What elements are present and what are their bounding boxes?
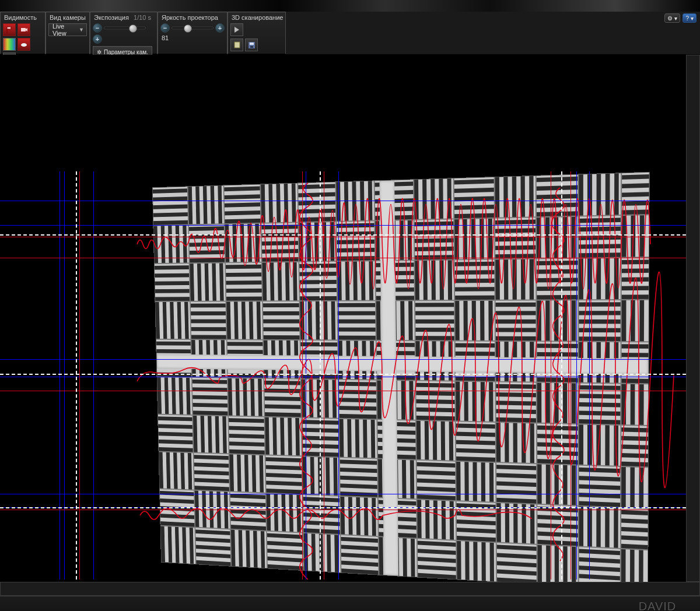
brand-logo: DAVID LASERSCANNER [639,600,691,611]
board-tile [304,533,341,573]
board-tile [195,491,230,529]
guide-line [76,171,77,580]
board-tile [337,261,375,300]
board-tile [341,497,378,536]
exposure-value: 1/10 s [132,14,152,21]
guide-line [60,171,60,580]
board-tile [261,184,298,223]
board-tile [195,528,230,566]
board-tile [340,458,377,497]
board-tile [188,185,224,224]
board-tile [621,384,649,426]
board-tile [537,175,578,217]
camera-viewport[interactable] [0,55,686,582]
board-tile [579,258,620,299]
board-tile [341,535,379,575]
svg-rect-5 [250,43,254,45]
board-tile [193,416,229,453]
group-visibility: Видимость [0,12,46,54]
board-tile [190,264,225,301]
group-camera-view-title: Вид камеры [48,13,87,23]
board-tile [579,300,620,341]
brightness-slider[interactable] [172,27,214,29]
cloud-icon[interactable] [18,38,30,51]
brightness-minus-button[interactable]: − [160,23,170,33]
board-tile [230,492,266,531]
board-tile [228,378,264,416]
brightness-plus-button[interactable]: + [215,23,225,33]
help-menu-button[interactable]: ? ▾ [682,13,696,23]
exposure-title-text: Экспозиция [94,14,129,21]
board-tile [153,225,188,263]
svg-rect-3 [235,42,240,48]
board-tile [302,418,339,457]
board-tile [456,462,495,502]
board-tile [621,426,649,467]
settings-chevron: ▾ [674,15,677,22]
exposure-plus-button[interactable]: + [93,34,102,44]
board-tile [579,173,621,215]
board-tile [160,526,195,564]
board-tile [336,181,374,220]
board-tile [417,461,456,500]
camera-small-icon[interactable] [18,23,30,36]
board-tile [455,260,495,300]
board-tile [301,380,338,418]
board-tile [300,301,337,340]
chevron-down-icon: ▼ [79,27,84,33]
board-tile [455,301,495,340]
board-tile [264,379,300,417]
board-tile [415,301,454,340]
settings-menu-button[interactable]: ⚙ ▾ [664,13,680,23]
board-tile [299,222,336,261]
board-tile [267,494,303,532]
window-title-bar [0,0,700,12]
group-3d-scan-title: 3D сканирование [230,13,283,23]
flag-icon[interactable] [3,23,16,36]
board-tile [496,463,536,504]
camera-view-combo[interactable]: Live View ▼ [48,23,87,36]
board-tile [537,505,578,546]
board-tile [622,300,650,341]
board-tile [339,380,376,419]
board-tile [340,419,377,458]
board-tile [159,452,194,489]
viewport-container [0,55,700,596]
board-tile [621,508,650,550]
group-exposure-title: Экспозиция 1/10 s [93,13,155,23]
rainbow-icon[interactable] [3,38,16,51]
board-tile [496,423,536,463]
board-tile [226,301,262,339]
guide-line [93,171,94,580]
exposure-slider-thumb[interactable] [129,24,137,33]
help-icon: ? [685,15,689,22]
group-exposure: Экспозиция 1/10 s − + ✲ Параметры кам. [90,12,158,54]
toolbar-right: ⚙ ▾ ? ▾ [661,12,700,54]
save-icon[interactable] [245,38,258,51]
board-tile [191,302,226,339]
board-tile [225,224,261,262]
board-tile [338,301,376,340]
board-tile [537,300,578,340]
board-tile [265,455,302,494]
board-tile [496,301,536,341]
board-tile [537,424,578,465]
play-icon[interactable] [230,23,243,36]
exposure-minus-button[interactable]: − [93,23,102,33]
horizontal-scrollbar[interactable] [0,582,700,596]
board-tile [418,539,456,580]
board-tile [537,464,578,505]
board-tile [495,176,536,217]
board-tile [495,259,536,300]
vertical-scrollbar[interactable] [686,55,700,582]
camera-params-label: Параметры кам. [104,49,148,55]
board-tile [495,217,536,258]
exposure-slider[interactable] [104,27,146,29]
brightness-slider-thumb[interactable] [184,24,192,33]
board-tile [579,507,620,548]
board-tile [456,382,495,422]
page-icon[interactable] [230,38,243,51]
svg-rect-6 [250,46,253,48]
board-tile [457,501,496,542]
board-tile [579,216,621,257]
